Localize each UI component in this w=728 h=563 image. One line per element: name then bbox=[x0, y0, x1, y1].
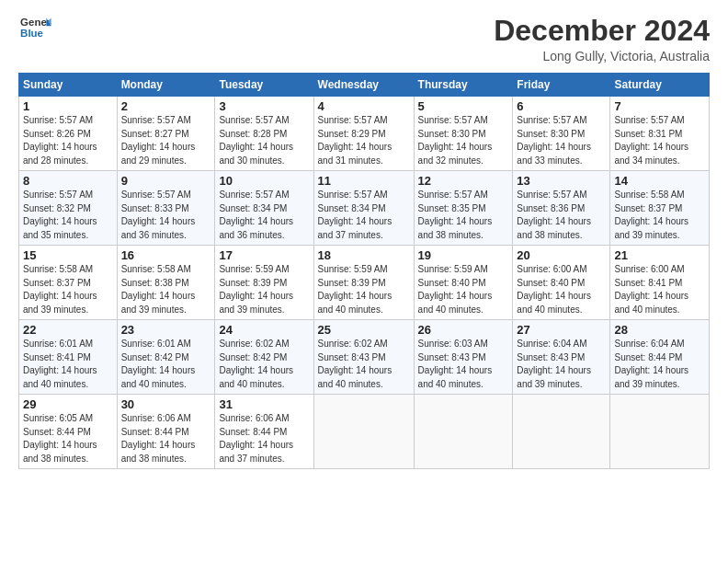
day-number: 16 bbox=[121, 248, 211, 262]
day-number: 20 bbox=[517, 248, 606, 262]
calendar-cell: 3Sunrise: 5:57 AM Sunset: 8:28 PM Daylig… bbox=[215, 97, 313, 171]
calendar-cell: 7Sunrise: 5:57 AM Sunset: 8:31 PM Daylig… bbox=[610, 97, 710, 171]
day-info: Sunrise: 6:01 AM Sunset: 8:42 PM Dayligh… bbox=[121, 338, 211, 391]
day-info: Sunrise: 6:03 AM Sunset: 8:43 PM Dayligh… bbox=[418, 338, 509, 391]
day-info: Sunrise: 5:57 AM Sunset: 8:33 PM Dayligh… bbox=[121, 189, 211, 242]
day-info: Sunrise: 5:58 AM Sunset: 8:37 PM Dayligh… bbox=[23, 263, 113, 316]
day-info: Sunrise: 5:59 AM Sunset: 8:40 PM Dayligh… bbox=[418, 263, 509, 316]
day-info: Sunrise: 6:06 AM Sunset: 8:44 PM Dayligh… bbox=[121, 412, 211, 465]
day-number: 23 bbox=[121, 323, 211, 337]
day-header-sunday: Sunday bbox=[19, 74, 118, 97]
day-info: Sunrise: 6:05 AM Sunset: 8:44 PM Dayligh… bbox=[23, 412, 113, 465]
calendar-cell bbox=[513, 395, 610, 469]
header: General Blue December 2024 Long Gully, V… bbox=[18, 15, 710, 63]
calendar-cell: 28Sunrise: 6:04 AM Sunset: 8:44 PM Dayli… bbox=[610, 320, 710, 395]
calendar-cell: 19Sunrise: 5:59 AM Sunset: 8:40 PM Dayli… bbox=[414, 246, 513, 320]
calendar-cell: 1Sunrise: 5:57 AM Sunset: 8:26 PM Daylig… bbox=[19, 97, 118, 171]
calendar-cell: 27Sunrise: 6:04 AM Sunset: 8:43 PM Dayli… bbox=[513, 320, 610, 395]
calendar-week-5: 29Sunrise: 6:05 AM Sunset: 8:44 PM Dayli… bbox=[19, 395, 710, 469]
day-info: Sunrise: 6:06 AM Sunset: 8:44 PM Dayligh… bbox=[219, 412, 309, 465]
day-number: 22 bbox=[23, 323, 113, 337]
day-info: Sunrise: 5:57 AM Sunset: 8:28 PM Dayligh… bbox=[219, 114, 309, 167]
day-number: 27 bbox=[517, 323, 606, 337]
day-number: 7 bbox=[614, 99, 705, 113]
calendar-week-4: 22Sunrise: 6:01 AM Sunset: 8:41 PM Dayli… bbox=[19, 320, 710, 395]
day-number: 12 bbox=[418, 174, 509, 188]
calendar-cell: 9Sunrise: 5:57 AM Sunset: 8:33 PM Daylig… bbox=[117, 171, 215, 246]
calendar-cell: 8Sunrise: 5:57 AM Sunset: 8:32 PM Daylig… bbox=[19, 171, 118, 246]
day-number: 14 bbox=[614, 174, 705, 188]
calendar-cell bbox=[313, 395, 414, 469]
calendar-cell: 15Sunrise: 5:58 AM Sunset: 8:37 PM Dayli… bbox=[19, 246, 118, 320]
calendar-cell: 2Sunrise: 5:57 AM Sunset: 8:27 PM Daylig… bbox=[117, 97, 215, 171]
calendar-cell: 5Sunrise: 5:57 AM Sunset: 8:30 PM Daylig… bbox=[414, 97, 513, 171]
day-number: 9 bbox=[121, 174, 211, 188]
calendar-cell: 22Sunrise: 6:01 AM Sunset: 8:41 PM Dayli… bbox=[19, 320, 118, 395]
day-info: Sunrise: 6:00 AM Sunset: 8:40 PM Dayligh… bbox=[517, 263, 606, 316]
calendar-cell: 14Sunrise: 5:58 AM Sunset: 8:37 PM Dayli… bbox=[610, 171, 710, 246]
day-number: 3 bbox=[219, 99, 309, 113]
calendar-cell: 13Sunrise: 5:57 AM Sunset: 8:36 PM Dayli… bbox=[513, 171, 610, 246]
day-number: 28 bbox=[614, 323, 705, 337]
day-header-friday: Friday bbox=[513, 74, 610, 97]
day-number: 5 bbox=[418, 99, 509, 113]
calendar-cell: 26Sunrise: 6:03 AM Sunset: 8:43 PM Dayli… bbox=[414, 320, 513, 395]
day-header-tuesday: Tuesday bbox=[215, 74, 313, 97]
calendar-cell: 24Sunrise: 6:02 AM Sunset: 8:42 PM Dayli… bbox=[215, 320, 313, 395]
day-number: 10 bbox=[219, 174, 309, 188]
calendar-cell: 29Sunrise: 6:05 AM Sunset: 8:44 PM Dayli… bbox=[19, 395, 118, 469]
day-info: Sunrise: 6:04 AM Sunset: 8:43 PM Dayligh… bbox=[517, 338, 606, 391]
day-number: 24 bbox=[219, 323, 309, 337]
day-number: 19 bbox=[418, 248, 509, 262]
calendar-table: SundayMondayTuesdayWednesdayThursdayFrid… bbox=[18, 73, 710, 469]
calendar-cell bbox=[414, 395, 513, 469]
page: General Blue December 2024 Long Gully, V… bbox=[0, 0, 728, 563]
calendar-cell: 10Sunrise: 5:57 AM Sunset: 8:34 PM Dayli… bbox=[215, 171, 313, 246]
calendar-cell: 21Sunrise: 6:00 AM Sunset: 8:41 PM Dayli… bbox=[610, 246, 710, 320]
day-number: 31 bbox=[219, 397, 309, 411]
logo-icon: General Blue bbox=[18, 15, 51, 42]
day-number: 30 bbox=[121, 397, 211, 411]
day-number: 2 bbox=[121, 99, 211, 113]
day-number: 17 bbox=[219, 248, 309, 262]
day-number: 11 bbox=[318, 174, 410, 188]
day-info: Sunrise: 5:57 AM Sunset: 8:34 PM Dayligh… bbox=[219, 189, 309, 242]
calendar-cell bbox=[610, 395, 710, 469]
calendar-cell: 6Sunrise: 5:57 AM Sunset: 8:30 PM Daylig… bbox=[513, 97, 610, 171]
day-info: Sunrise: 5:57 AM Sunset: 8:26 PM Dayligh… bbox=[23, 114, 113, 167]
calendar-week-3: 15Sunrise: 5:58 AM Sunset: 8:37 PM Dayli… bbox=[19, 246, 710, 320]
day-number: 13 bbox=[517, 174, 606, 188]
calendar-header-row: SundayMondayTuesdayWednesdayThursdayFrid… bbox=[19, 74, 710, 97]
calendar-cell: 12Sunrise: 5:57 AM Sunset: 8:35 PM Dayli… bbox=[414, 171, 513, 246]
day-number: 25 bbox=[318, 323, 410, 337]
day-number: 4 bbox=[318, 99, 410, 113]
day-info: Sunrise: 5:57 AM Sunset: 8:35 PM Dayligh… bbox=[418, 189, 509, 242]
calendar-cell: 20Sunrise: 6:00 AM Sunset: 8:40 PM Dayli… bbox=[513, 246, 610, 320]
day-number: 8 bbox=[23, 174, 113, 188]
day-number: 6 bbox=[517, 99, 606, 113]
location: Long Gully, Victoria, Australia bbox=[494, 49, 710, 63]
svg-text:Blue: Blue bbox=[20, 28, 43, 39]
calendar-week-2: 8Sunrise: 5:57 AM Sunset: 8:32 PM Daylig… bbox=[19, 171, 710, 246]
calendar-week-1: 1Sunrise: 5:57 AM Sunset: 8:26 PM Daylig… bbox=[19, 97, 710, 171]
day-header-saturday: Saturday bbox=[610, 74, 710, 97]
day-info: Sunrise: 5:57 AM Sunset: 8:31 PM Dayligh… bbox=[614, 114, 705, 167]
day-info: Sunrise: 6:01 AM Sunset: 8:41 PM Dayligh… bbox=[23, 338, 113, 391]
day-info: Sunrise: 5:59 AM Sunset: 8:39 PM Dayligh… bbox=[318, 263, 410, 316]
day-number: 1 bbox=[23, 99, 113, 113]
day-info: Sunrise: 6:02 AM Sunset: 8:42 PM Dayligh… bbox=[219, 338, 309, 391]
day-info: Sunrise: 5:59 AM Sunset: 8:39 PM Dayligh… bbox=[219, 263, 309, 316]
day-number: 18 bbox=[318, 248, 410, 262]
day-info: Sunrise: 5:58 AM Sunset: 8:37 PM Dayligh… bbox=[614, 189, 705, 242]
day-number: 15 bbox=[23, 248, 113, 262]
calendar-cell: 18Sunrise: 5:59 AM Sunset: 8:39 PM Dayli… bbox=[313, 246, 414, 320]
day-number: 26 bbox=[418, 323, 509, 337]
calendar-cell: 16Sunrise: 5:58 AM Sunset: 8:38 PM Dayli… bbox=[117, 246, 215, 320]
day-number: 29 bbox=[23, 397, 113, 411]
month-title: December 2024 bbox=[494, 15, 710, 47]
day-header-monday: Monday bbox=[117, 74, 215, 97]
day-header-wednesday: Wednesday bbox=[313, 74, 414, 97]
day-info: Sunrise: 6:00 AM Sunset: 8:41 PM Dayligh… bbox=[614, 263, 705, 316]
day-number: 21 bbox=[614, 248, 705, 262]
title-block: December 2024 Long Gully, Victoria, Aust… bbox=[494, 15, 710, 63]
